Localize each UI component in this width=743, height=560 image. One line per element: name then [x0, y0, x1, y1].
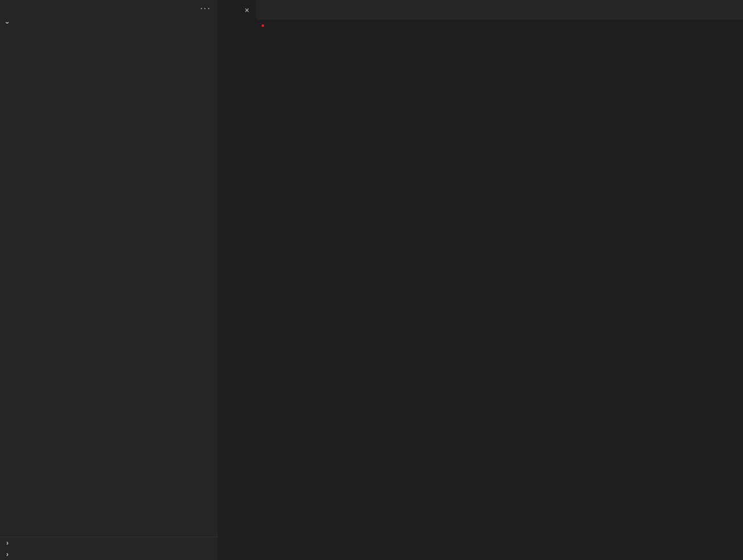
tab-defaults-js[interactable]: ×	[218, 0, 257, 20]
close-icon[interactable]: ×	[245, 6, 249, 15]
code-editor[interactable]	[218, 24, 743, 560]
js-file-icon	[225, 5, 236, 15]
breadcrumb[interactable]	[218, 20, 743, 24]
highlight-region	[262, 24, 264, 27]
chevron-right-icon: ›	[3, 539, 11, 547]
more-icon[interactable]: ···	[200, 3, 211, 14]
outline-section[interactable]: ›	[0, 537, 218, 549]
workspace-root[interactable]: ›	[0, 17, 218, 28]
file-tree[interactable]	[0, 28, 218, 537]
explorer-sidebar: ··· › › ›	[0, 0, 218, 560]
code-content[interactable]	[262, 24, 743, 560]
chevron-right-icon: ›	[3, 550, 11, 558]
chevron-down-icon: ›	[3, 19, 11, 27]
timeline-section[interactable]: ›	[0, 549, 218, 560]
explorer-header: ···	[0, 0, 218, 17]
line-number-gutter	[218, 24, 251, 560]
tab-bar: ×	[218, 0, 743, 20]
editor-area: ×	[218, 0, 743, 560]
glyph-margin	[251, 24, 262, 560]
